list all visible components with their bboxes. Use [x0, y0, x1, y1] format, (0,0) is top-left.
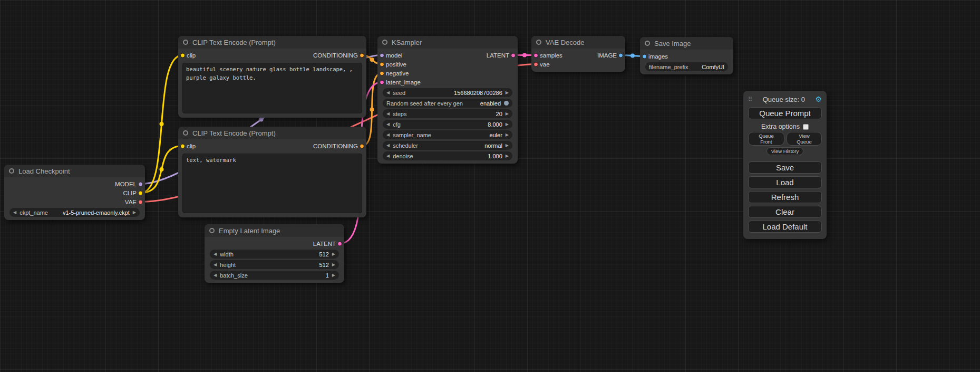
collapse-dot-icon[interactable] — [536, 40, 541, 45]
clear-button[interactable]: Clear — [748, 206, 822, 218]
view-queue-button[interactable]: View Queue — [787, 132, 822, 146]
node-clip-text-encode-positive[interactable]: CLIP Text Encode (Prompt) clip CONDITION… — [178, 36, 366, 118]
collapse-dot-icon[interactable] — [645, 41, 650, 46]
node-title: Empty Latent Image — [219, 227, 280, 235]
input-port-latent-image[interactable] — [380, 80, 384, 84]
positive-prompt-textarea[interactable]: beautiful scenery nature glass bottle la… — [182, 63, 362, 113]
widget-value: 8.000 — [488, 121, 502, 128]
decrement-arrow-icon[interactable]: ◀ — [214, 273, 217, 278]
decrement-arrow-icon[interactable]: ◀ — [386, 91, 390, 95]
decrement-arrow-icon[interactable]: ◀ — [214, 263, 217, 267]
output-label-conditioning: CONDITIONING — [313, 52, 358, 59]
increment-arrow-icon[interactable]: ▶ — [332, 252, 335, 256]
widget-label: filename_prefix — [649, 64, 688, 70]
widget-seed[interactable]: ◀ seed 156680208700286 ▶ — [383, 88, 512, 97]
node-empty-latent-image[interactable]: Empty Latent Image LATENT ◀ width 512 ▶ … — [205, 224, 344, 283]
load-button[interactable]: Load — [748, 176, 822, 188]
output-slot-clip: CLIP — [4, 188, 145, 197]
widget-value: v1-5-pruned-emaonly.ckpt — [63, 209, 130, 216]
input-port-vae[interactable] — [533, 62, 538, 66]
increment-arrow-icon[interactable]: ▶ — [332, 273, 335, 278]
widget-cfg[interactable]: ◀ cfg 8.000 ▶ — [383, 120, 512, 129]
input-port-clip[interactable] — [180, 53, 185, 58]
node-save-image[interactable]: Save Image images filename_prefix ComfyU… — [640, 37, 733, 74]
decrement-arrow-icon[interactable]: ◀ — [386, 144, 390, 148]
decrement-arrow-icon[interactable]: ◀ — [386, 154, 390, 158]
increment-arrow-icon[interactable]: ▶ — [506, 133, 509, 137]
widget-filename-prefix[interactable]: filename_prefix ComfyUI — [645, 62, 728, 71]
increment-arrow-icon[interactable]: ▶ — [133, 211, 136, 215]
output-port-latent[interactable] — [511, 53, 516, 58]
widget-label: batch_size — [220, 272, 248, 279]
graph-canvas[interactable]: { "colors": { "model": "#B39DDB", "clip"… — [0, 0, 980, 372]
node-title-bar[interactable]: Load Checkpoint — [4, 165, 145, 177]
decrement-arrow-icon[interactable]: ◀ — [386, 122, 390, 127]
node-title-bar[interactable]: CLIP Text Encode (Prompt) — [178, 127, 366, 139]
node-title-bar[interactable]: Save Image — [640, 37, 733, 50]
queue-panel: ⠿ Queue size: 0 ⚙ Queue Prompt Extra opt… — [743, 91, 827, 239]
increment-arrow-icon[interactable]: ▶ — [506, 144, 509, 148]
decrement-arrow-icon[interactable]: ◀ — [13, 211, 16, 215]
load-default-button[interactable]: Load Default — [748, 221, 822, 233]
output-port-image[interactable] — [618, 53, 623, 58]
node-title-bar[interactable]: KSampler — [377, 36, 518, 49]
collapse-dot-icon[interactable] — [209, 228, 215, 233]
output-port-model[interactable] — [138, 182, 143, 186]
increment-arrow-icon[interactable]: ▶ — [332, 263, 335, 267]
view-history-button[interactable]: View History — [766, 147, 804, 155]
increment-arrow-icon[interactable]: ▶ — [506, 112, 509, 116]
decrement-arrow-icon[interactable]: ◀ — [214, 252, 217, 256]
widget-steps[interactable]: ◀ steps 20 ▶ — [383, 109, 512, 118]
collapse-dot-icon[interactable] — [183, 130, 188, 136]
widget-sampler-name[interactable]: ◀ sampler_name euler ▶ — [383, 130, 512, 139]
widget-batch-size[interactable]: ◀ batch_size 1 ▶ — [210, 271, 339, 280]
output-port-conditioning[interactable] — [360, 144, 364, 148]
widget-ckpt-name[interactable]: ◀ ckpt_name v1-5-pruned-emaonly.ckpt ▶ — [9, 208, 140, 217]
output-port-conditioning[interactable] — [360, 53, 364, 58]
input-label-positive: positive — [386, 61, 406, 68]
input-port-samples[interactable] — [533, 53, 538, 58]
node-title: Load Checkpoint — [18, 167, 70, 175]
queue-front-button[interactable]: Queue Front — [748, 132, 784, 146]
decrement-arrow-icon[interactable]: ◀ — [386, 112, 390, 116]
refresh-button[interactable]: Refresh — [748, 191, 822, 203]
decrement-arrow-icon[interactable]: ◀ — [386, 133, 390, 137]
link-dot-clip-negative — [160, 167, 164, 171]
save-button[interactable]: Save — [748, 161, 822, 174]
input-port-clip[interactable] — [180, 144, 185, 148]
node-vae-decode[interactable]: VAE Decode samples IMAGE vae — [531, 36, 625, 72]
node-clip-text-encode-negative[interactable]: CLIP Text Encode (Prompt) clip CONDITION… — [178, 127, 366, 217]
collapse-dot-icon[interactable] — [9, 168, 14, 174]
output-port-vae[interactable] — [138, 199, 143, 204]
node-title-bar[interactable]: Empty Latent Image — [205, 224, 344, 237]
queue-prompt-button[interactable]: Queue Prompt — [748, 107, 822, 119]
widget-height[interactable]: ◀ height 512 ▶ — [210, 260, 339, 269]
input-port-negative[interactable] — [380, 71, 384, 75]
widget-denoise[interactable]: ◀ denoise 1.000 ▶ — [383, 151, 512, 160]
collapse-dot-icon[interactable] — [382, 40, 387, 45]
input-port-images[interactable] — [642, 54, 647, 59]
node-ksampler[interactable]: KSampler model LATENT positive negative … — [377, 36, 518, 164]
node-title-bar[interactable]: VAE Decode — [531, 36, 625, 49]
input-port-positive[interactable] — [380, 62, 384, 66]
output-label-clip: CLIP — [123, 190, 137, 196]
node-title-bar[interactable]: CLIP Text Encode (Prompt) — [178, 36, 366, 49]
link-dot-image — [630, 54, 635, 58]
increment-arrow-icon[interactable]: ▶ — [506, 154, 509, 158]
widget-random-seed-toggle[interactable]: Random seed after every gen enabled — [383, 99, 512, 108]
collapse-dot-icon[interactable] — [183, 40, 188, 45]
output-port-latent[interactable] — [337, 241, 342, 246]
output-port-clip[interactable] — [138, 190, 143, 195]
widget-label: scheduler — [393, 142, 418, 149]
toggle-pip-icon[interactable] — [504, 101, 509, 106]
extra-options-checkbox[interactable] — [803, 124, 809, 130]
settings-gear-icon[interactable]: ⚙ — [815, 95, 822, 103]
input-port-model[interactable] — [380, 53, 384, 58]
increment-arrow-icon[interactable]: ▶ — [506, 122, 509, 127]
drag-handle-icon[interactable]: ⠿ — [748, 96, 752, 103]
widget-width[interactable]: ◀ width 512 ▶ — [210, 250, 339, 259]
increment-arrow-icon[interactable]: ▶ — [506, 91, 509, 95]
node-load-checkpoint[interactable]: Load Checkpoint MODEL CLIP VAE ◀ ckpt_na… — [4, 165, 145, 220]
widget-scheduler[interactable]: ◀ scheduler normal ▶ — [383, 141, 512, 150]
negative-prompt-textarea[interactable]: text, watermark — [182, 154, 362, 213]
